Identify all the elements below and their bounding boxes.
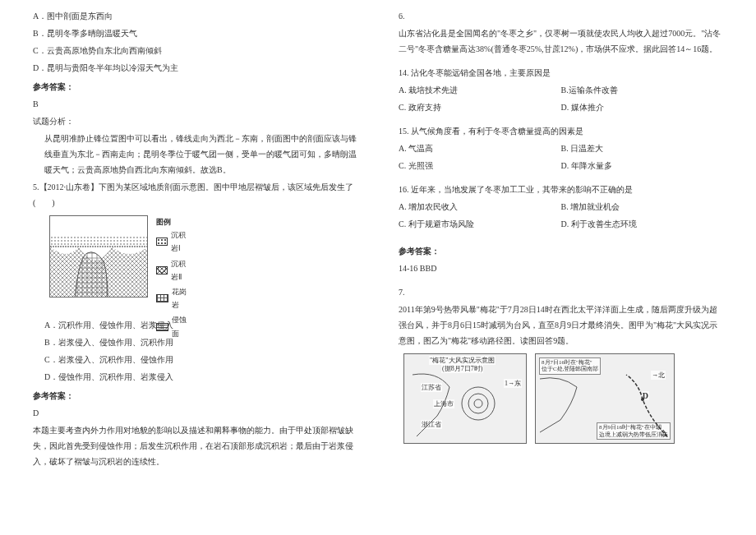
swatch-sediment2	[156, 266, 168, 274]
q-option-c: C．云贵高原地势自东北向西南倾斜	[33, 43, 357, 58]
legend-sediment2: 沉积岩Ⅱ	[171, 257, 189, 284]
map-wind: "梅花"大风实况示意图 (据8月7日7时) 江苏省 上海市 浙江省 1→东	[403, 353, 527, 444]
question-7-num: 7.	[399, 284, 723, 300]
question-14: 14. 沾化冬枣能远销全国各地，主要原因是	[399, 65, 723, 81]
typhoon-maps: "梅花"大风实况示意图 (据8月7日7时) 江苏省 上海市 浙江省 1→东 →北…	[403, 353, 723, 444]
swatch-sediment1	[156, 238, 168, 246]
svg-point-6	[641, 398, 644, 401]
swatch-erosion	[156, 323, 168, 331]
q15-option-d: D. 年降水量多	[561, 158, 724, 173]
map2-svg	[536, 354, 675, 445]
q-option-d: D．昆明与贵阳冬半年均以冷湿天气为主	[33, 60, 357, 76]
map1-svg	[404, 354, 528, 445]
q15-option-c: C. 光照强	[399, 158, 561, 173]
q14-option-a: A. 栽培技术先进	[399, 82, 561, 98]
q14-option-c: C. 政府支持	[399, 99, 561, 115]
q16-option-b: B. 增加就业机会	[561, 199, 724, 214]
legend-sediment1: 沉积岩Ⅰ	[171, 228, 189, 255]
svg-point-5	[474, 399, 482, 408]
legend-title: 图例	[156, 215, 189, 228]
question-6-num: 6.	[399, 8, 723, 24]
q16-option-c: C. 利于规避市场风险	[399, 216, 561, 232]
question-15: 15. 从气候角度看，有利于冬枣含糖量提高的因素是	[399, 123, 723, 139]
explanation-text-2: 本题主要考查内外力作用对地貌的影响以及描述和阐释事物的能力。由于甲处顶部褶皱缺失…	[33, 422, 357, 469]
explanation-text: 从昆明准静止锋位置图中可以看出，锋线走向为西北－东南，剖面图中的剖面应该与锋线垂…	[33, 131, 357, 178]
legend: 图例 沉积岩Ⅰ 沉积岩Ⅱ 花岗岩 侵蚀面	[156, 215, 189, 342]
q5-option-c: C．岩浆侵入、沉积作用、侵蚀作用	[44, 352, 357, 367]
swatch-granite	[156, 294, 168, 302]
legend-erosion: 侵蚀面	[172, 313, 189, 339]
q15-option-b: B. 日温差大	[561, 141, 724, 156]
answer-label: 参考答案：	[33, 79, 357, 95]
q15-option-a: A. 气温高	[399, 141, 561, 156]
q-option-b: B．昆明冬季多晴朗温暖天气	[33, 25, 357, 41]
svg-rect-0	[50, 216, 148, 237]
svg-rect-1	[50, 237, 148, 247]
geology-figure: 图例 沉积岩Ⅰ 沉积岩Ⅱ 花岗岩 侵蚀面	[49, 215, 357, 306]
answer-value-2: D	[33, 405, 357, 421]
legend-granite: 花岗岩	[172, 285, 189, 311]
answer-label-3: 参考答案：	[399, 243, 723, 259]
answer-label-2: 参考答案：	[33, 388, 357, 404]
svg-point-3	[462, 387, 495, 420]
question-16: 16. 近年来，当地发展了冬枣加工工业，其带来的影响不正确的是	[399, 182, 723, 197]
q5-option-a: A．沉积作用、侵蚀作用、岩浆侵入	[44, 317, 357, 333]
geology-svg	[50, 216, 148, 297]
q-option-a: A．图中剖面是东西向	[33, 8, 357, 24]
q16-option-d: D. 利于改善生态环境	[561, 216, 724, 232]
answer-value: B	[33, 96, 357, 112]
q14-option-b: B.运输条件改善	[561, 82, 724, 98]
explanation-label: 试题分析：	[33, 113, 357, 129]
q14-option-d: D. 媒体推介	[561, 99, 724, 115]
q16-option-a: A. 增加农民收入	[399, 199, 561, 214]
question-6-text: 山东省沾化县是全国闻名的"冬枣之乡"，仅枣树一项就使农民人均收入超过7000元。…	[399, 25, 723, 57]
svg-point-4	[468, 394, 488, 413]
q5-option-b: B．岩浆侵入、侵蚀作用、沉积作用	[44, 334, 357, 350]
q5-option-d: D．侵蚀作用、沉积作用、岩浆侵入	[44, 369, 357, 385]
question-7-text: 2011年第9号热带风暴"梅花"于7月28日14时在西北太平洋洋面上生成，随后两…	[399, 302, 723, 348]
question-5: 5.【2012·山东卷】下图为某区域地质剖面示意图。图中甲地层褶皱后，该区域先后…	[33, 179, 357, 210]
answer-value-3: 14-16 BBD	[399, 261, 723, 276]
map-path: →北 D 8月7日16时在"梅花" 位于C处,登陆韩国南部 8月9日16时"梅花…	[535, 353, 675, 444]
